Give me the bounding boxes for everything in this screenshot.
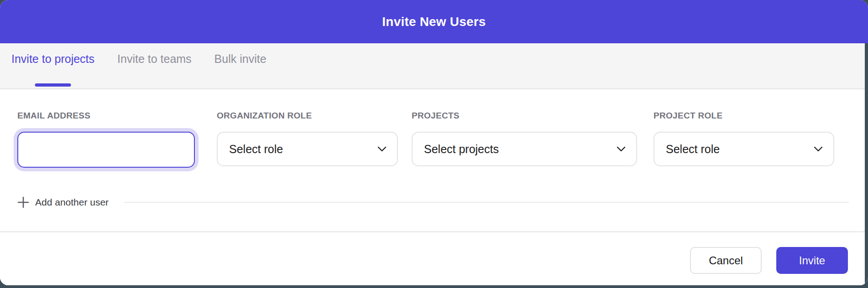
- select-value: Select role: [229, 143, 283, 156]
- tab-label: Invite to teams: [117, 52, 192, 65]
- organization-role-label: ORGANIZATION ROLE: [217, 112, 398, 119]
- add-another-user-button[interactable]: Add another user: [17, 196, 109, 208]
- tab-invite-to-projects[interactable]: Invite to projects: [11, 51, 94, 88]
- screen-backdrop: Invite New Users Invite to projects Invi…: [0, 0, 868, 288]
- cancel-button[interactable]: Cancel: [690, 247, 762, 274]
- invite-users-modal: Invite New Users Invite to projects Invi…: [0, 0, 868, 285]
- select-value: Select projects: [424, 143, 499, 156]
- select-value: Select role: [666, 143, 720, 156]
- plus-icon: [17, 196, 29, 208]
- chevron-down-icon: [814, 146, 823, 152]
- tab-bulk-invite[interactable]: Bulk invite: [214, 51, 267, 88]
- modal-title: Invite New Users: [382, 15, 486, 29]
- projects-field: PROJECTS Select projects: [412, 112, 637, 166]
- project-role-label: PROJECT ROLE: [654, 112, 834, 119]
- projects-label: PROJECTS: [412, 112, 637, 119]
- project-role-field: PROJECT ROLE Select role: [654, 112, 834, 166]
- tab-bar: Invite to projects Invite to teams Bulk …: [0, 43, 868, 89]
- add-another-user-label: Add another user: [35, 197, 109, 208]
- add-user-row: Add another user: [17, 194, 849, 211]
- project-role-select[interactable]: Select role: [654, 132, 834, 166]
- organization-role-field: ORGANIZATION ROLE Select role: [217, 112, 398, 166]
- chevron-down-icon: [377, 146, 387, 152]
- invite-button[interactable]: Invite: [776, 247, 848, 274]
- modal-footer: Cancel Invite: [0, 232, 868, 285]
- organization-role-select[interactable]: Select role: [217, 132, 398, 166]
- tab-label: Invite to projects: [11, 52, 94, 65]
- active-tab-underline: [35, 83, 71, 87]
- invite-form: EMAIL ADDRESS ORGANIZATION ROLE Select r…: [0, 89, 868, 211]
- email-address-label: EMAIL ADDRESS: [17, 112, 195, 119]
- chevron-down-icon: [617, 146, 626, 152]
- scrollbar[interactable]: [865, 43, 868, 285]
- tab-label: Bulk invite: [214, 52, 267, 65]
- add-user-divider: [124, 202, 849, 203]
- email-address-input[interactable]: [17, 132, 195, 168]
- projects-select[interactable]: Select projects: [412, 132, 637, 166]
- tab-invite-to-teams[interactable]: Invite to teams: [117, 51, 192, 88]
- user-fields-row: EMAIL ADDRESS ORGANIZATION ROLE Select r…: [17, 112, 849, 168]
- modal-header: Invite New Users: [0, 0, 868, 43]
- email-address-field: EMAIL ADDRESS: [17, 112, 195, 168]
